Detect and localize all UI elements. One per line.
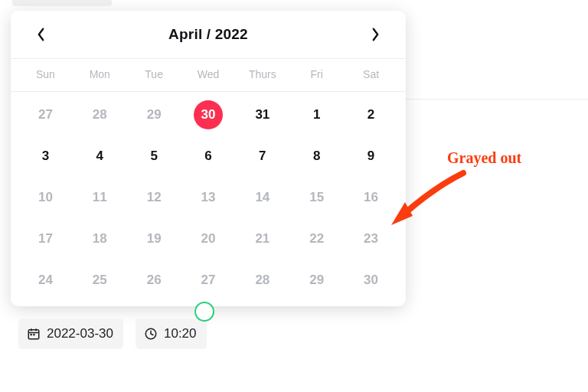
day-cell[interactable]: 20 [181,224,236,254]
day-number: 19 [147,231,162,247]
day-number: 12 [147,190,162,205]
day-cell[interactable]: 18 [73,224,127,254]
day-cell[interactable]: 7 [235,141,289,172]
day-cell[interactable]: 22 [289,224,344,254]
chevron-left-icon [37,28,45,41]
day-cell[interactable]: 27 [18,100,73,130]
day-cell[interactable]: 27 [181,265,236,296]
day-number: 16 [364,190,378,205]
day-cell[interactable]: 19 [127,224,181,254]
day-number: 15 [309,190,324,205]
weekday-fri: Fri [289,65,344,83]
day-cell[interactable]: 4 [73,141,127,172]
day-number: 2 [368,107,374,122]
day-number: 18 [93,231,107,247]
calendar-icon [27,327,41,341]
day-cell[interactable]: 28 [235,265,289,296]
day-number: 3 [42,149,49,164]
day-number: 11 [93,190,107,205]
annotation-label: Grayed out [447,149,521,167]
chevron-right-icon [371,28,380,41]
day-cell[interactable]: 15 [289,182,344,213]
day-number: 8 [313,149,320,164]
weekday-thu: Thurs [235,65,289,83]
weekday-sun: Sun [18,65,73,83]
day-number: 4 [96,149,103,164]
day-number: 30 [364,273,378,288]
day-cell[interactable]: 31 [235,100,289,130]
day-cell[interactable]: 30 [344,265,398,296]
weekday-tue: Tue [127,65,181,83]
day-number: 24 [38,273,53,288]
day-number: 1 [313,107,320,122]
weekday-sat: Sat [344,65,398,83]
day-number: 23 [364,231,378,247]
calendar-days-grid: 2728293031123456789101112131415161718192… [11,92,406,300]
weekday-header-row: Sun Mon Tue Wed Thurs Fri Sat [11,58,406,92]
day-number: 5 [150,149,157,164]
time-chip-value: 10:20 [164,326,197,341]
day-number: 31 [255,107,270,122]
month-year-label[interactable]: April / 2022 [168,26,248,43]
day-cell[interactable]: 5 [127,141,181,172]
day-cell[interactable]: 2 [344,100,398,130]
day-number: 29 [309,273,324,288]
day-number: 6 [204,149,211,164]
day-cell[interactable]: 10 [18,182,73,213]
day-number: 20 [201,231,216,247]
day-number: 30 [201,107,216,122]
day-cell[interactable]: 3 [18,141,73,172]
day-cell[interactable]: 21 [235,224,289,254]
day-cell[interactable]: 13 [181,182,236,213]
day-cell[interactable]: 23 [344,224,398,254]
day-cell[interactable]: 30 [181,100,236,130]
selection-ring-indicator [194,302,214,322]
calendar-popup: April / 2022 Sun Mon Tue Wed Thurs Fri S… [11,11,406,306]
day-number: 25 [93,273,107,288]
day-number: 22 [309,231,324,247]
day-cell[interactable]: 29 [289,265,344,296]
day-number: 17 [38,231,53,247]
day-number: 28 [255,273,270,288]
svg-rect-5 [33,334,34,335]
day-cell[interactable]: 29 [127,100,181,130]
window-tab-fragment [12,0,112,6]
prev-month-button[interactable] [31,24,51,44]
next-month-button[interactable] [366,24,386,44]
day-cell[interactable]: 1 [289,100,344,130]
day-cell[interactable]: 26 [127,265,181,296]
day-cell[interactable]: 11 [73,182,127,213]
day-number: 10 [38,190,53,205]
clock-icon [144,327,158,341]
day-number: 28 [93,107,107,122]
svg-rect-4 [31,334,32,335]
weekday-mon: Mon [73,65,127,83]
weekday-wed: Wed [181,65,236,83]
date-chip-value: 2022-03-30 [47,326,113,341]
day-number: 9 [368,149,374,164]
day-cell[interactable]: 6 [181,141,236,172]
day-cell[interactable]: 17 [18,224,73,254]
day-cell[interactable]: 9 [344,141,398,172]
calendar-header: April / 2022 [11,11,406,58]
day-number: 13 [201,190,216,205]
day-number: 26 [147,273,162,288]
day-number: 27 [38,107,53,122]
day-cell[interactable]: 16 [344,182,398,213]
time-chip[interactable]: 10:20 [136,318,207,349]
day-number: 29 [147,107,162,122]
day-number: 7 [259,149,266,164]
day-cell[interactable]: 8 [289,141,344,172]
day-cell[interactable]: 14 [235,182,289,213]
day-cell[interactable]: 12 [127,182,181,213]
page-divider [406,99,588,100]
day-number: 14 [255,190,270,205]
date-chip[interactable]: 2022-03-30 [18,318,123,349]
day-number: 27 [201,273,216,288]
selected-values-row: 2022-03-30 10:20 [18,318,207,349]
day-cell[interactable]: 25 [73,265,127,296]
day-cell[interactable]: 24 [18,265,73,296]
day-cell[interactable]: 28 [73,100,127,130]
day-number: 21 [255,231,270,247]
